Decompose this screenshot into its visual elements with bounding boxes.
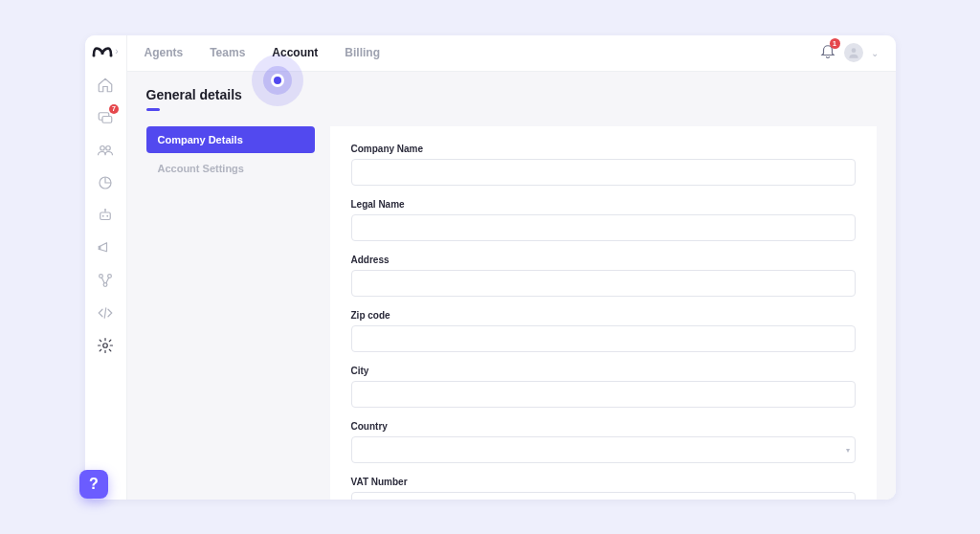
input-city[interactable] bbox=[351, 381, 856, 408]
svg-point-11 bbox=[104, 209, 106, 211]
chevron-right-icon: › bbox=[115, 46, 118, 56]
contacts-icon bbox=[97, 142, 114, 159]
sidebar-item-home[interactable] bbox=[94, 74, 117, 97]
sidebar-rail: › 7 bbox=[85, 35, 127, 500]
code-icon bbox=[97, 304, 114, 322]
sidebar-item-settings[interactable] bbox=[94, 334, 117, 357]
label-country: Country bbox=[351, 421, 856, 432]
label-zip: Zip code bbox=[351, 310, 856, 321]
label-city: City bbox=[351, 366, 856, 376]
svg-point-17 bbox=[851, 48, 856, 53]
label-vat: VAT Number bbox=[351, 477, 856, 487]
svg-rect-7 bbox=[100, 212, 111, 220]
sidebar-item-dev[interactable] bbox=[94, 301, 117, 324]
label-address: Address bbox=[351, 255, 856, 265]
logo[interactable]: › bbox=[92, 45, 118, 58]
input-company-name[interactable] bbox=[351, 159, 856, 186]
home-icon bbox=[97, 77, 114, 94]
tab-teams[interactable]: Teams bbox=[210, 35, 245, 72]
svg-point-0 bbox=[93, 54, 96, 56]
sidebar-item-bot[interactable] bbox=[94, 204, 117, 227]
tab-account[interactable]: Account bbox=[272, 35, 318, 72]
chevron-down-icon[interactable]: ⌄ bbox=[871, 48, 879, 58]
svg-point-5 bbox=[106, 145, 111, 150]
tab-agents[interactable]: Agents bbox=[145, 35, 184, 72]
tab-billing[interactable]: Billing bbox=[345, 35, 380, 72]
sidebar-item-conversations[interactable]: 7 bbox=[94, 106, 117, 129]
title-underline bbox=[146, 108, 160, 111]
svg-point-1 bbox=[110, 54, 113, 56]
submenu-company-details[interactable]: Company Details bbox=[146, 126, 315, 153]
page-title: General details bbox=[146, 87, 877, 102]
help-button[interactable]: ? bbox=[79, 470, 108, 499]
campaign-icon bbox=[97, 239, 114, 256]
sidebar-badge: 7 bbox=[109, 104, 119, 114]
label-legal-name: Legal Name bbox=[351, 199, 856, 210]
logo-mark-icon bbox=[92, 45, 113, 58]
select-country[interactable] bbox=[351, 436, 856, 463]
svg-point-8 bbox=[102, 214, 104, 216]
analytics-icon bbox=[97, 174, 114, 191]
label-company-name: Company Name bbox=[351, 144, 856, 154]
sidebar-item-campaigns[interactable] bbox=[94, 236, 117, 259]
user-menu-button[interactable] bbox=[844, 43, 863, 62]
help-icon: ? bbox=[89, 476, 99, 493]
input-address[interactable] bbox=[351, 270, 856, 297]
input-legal-name[interactable] bbox=[351, 214, 856, 241]
sidebar-item-analytics[interactable] bbox=[94, 171, 117, 194]
svg-point-4 bbox=[100, 145, 105, 150]
settings-icon bbox=[97, 337, 114, 354]
input-zip[interactable] bbox=[351, 325, 856, 352]
notifications-button[interactable]: 1 bbox=[819, 42, 836, 63]
settings-submenu: Company Details Account Settings bbox=[146, 126, 315, 500]
notification-badge: 1 bbox=[830, 38, 840, 49]
company-details-form: Company Name Legal Name Address Zip code bbox=[330, 126, 877, 500]
page-header: General details bbox=[146, 87, 877, 111]
sidebar-item-contacts[interactable] bbox=[94, 139, 117, 162]
submenu-account-settings[interactable]: Account Settings bbox=[146, 155, 315, 182]
flow-icon bbox=[97, 272, 114, 289]
sidebar-item-flows[interactable] bbox=[94, 269, 117, 292]
bot-icon bbox=[97, 207, 114, 224]
input-vat[interactable] bbox=[351, 492, 856, 500]
top-tab-bar: Agents Teams Account Billing 1 ⌄ bbox=[127, 35, 896, 72]
svg-point-16 bbox=[103, 343, 108, 347]
svg-point-9 bbox=[106, 214, 108, 216]
avatar-icon bbox=[847, 46, 860, 59]
svg-rect-3 bbox=[102, 116, 112, 122]
